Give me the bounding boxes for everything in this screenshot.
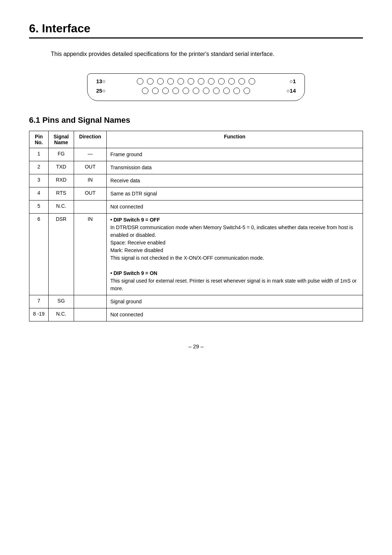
pin-circle [223, 88, 230, 94]
pin-circle [228, 78, 235, 85]
cell-direction [74, 295, 106, 308]
th-signal-name: SignalName [48, 131, 74, 148]
table-row: 7 SG Signal ground [29, 295, 363, 308]
table-row: 2 TXD OUT Transmission data [29, 161, 363, 174]
table-row: 5 N.C. Not connected [29, 200, 363, 213]
pin-circle [238, 78, 245, 85]
cell-pin: 6 [29, 213, 49, 295]
title-rule [29, 37, 363, 39]
pin-circle [244, 88, 250, 94]
cell-signal: SG [48, 295, 74, 308]
pin-circle [152, 88, 159, 94]
cell-pin: 2 [29, 161, 49, 174]
cell-direction: — [74, 148, 106, 161]
dip-on-label: • DIP Switch 9 = ON [110, 270, 158, 276]
pin-circle [203, 88, 209, 94]
section-heading: 6.1 Pins and Signal Names [29, 116, 363, 125]
pin-circle [233, 88, 240, 94]
top-pins [137, 78, 255, 85]
page-number: – 29 – [29, 343, 363, 349]
pin-circle [142, 88, 148, 94]
dip-off-text: In DTR/DSR communication mode when Memor… [110, 224, 359, 262]
cell-pin: 3 [29, 174, 49, 187]
dip-off-label: • DIP Switch 9 = OFF [110, 217, 160, 223]
table-header-row: Pin No. SignalName Direction Function [29, 131, 363, 148]
th-direction: Direction [74, 131, 106, 148]
bottom-left-label: 25○ [96, 88, 107, 94]
pin-circle [177, 78, 184, 85]
cell-signal: FG [48, 148, 74, 161]
cell-signal: DSR [48, 213, 74, 295]
pin-circle [198, 78, 204, 85]
page-title: 6. Interface [29, 22, 363, 35]
connector-diagram: 13○ ○1 25○ [29, 73, 363, 101]
th-pin-no: Pin No. [29, 131, 49, 148]
pin-circle [167, 78, 174, 85]
cell-pin: 5 [29, 200, 49, 213]
pin-circle [249, 78, 255, 85]
cell-pin: 7 [29, 295, 49, 308]
cell-signal: TXD [48, 161, 74, 174]
pin-circle [147, 78, 154, 85]
cell-function: Same as DTR signal [106, 187, 363, 200]
intro-text: This appendix provides detailed specific… [51, 49, 363, 59]
cell-pin: 4 [29, 187, 49, 200]
pin-circle [162, 88, 169, 94]
cell-signal: RXD [48, 174, 74, 187]
connector-bottom-row: 25○ ○14 [96, 88, 296, 94]
pin-circle [137, 78, 143, 85]
cell-function: • DIP Switch 9 = OFF In DTR/DSR communic… [106, 213, 363, 295]
cell-direction: OUT [74, 187, 106, 200]
top-right-label: ○1 [285, 78, 296, 84]
cell-function: Receive data [106, 174, 363, 187]
cell-direction: IN [74, 213, 106, 295]
pin-circle [213, 88, 220, 94]
pin-circle [183, 88, 189, 94]
cell-function: Transmission data [106, 161, 363, 174]
cell-pin: 1 [29, 148, 49, 161]
bottom-right-label: ○14 [285, 88, 296, 94]
cell-signal: RTS [48, 187, 74, 200]
pin-circle [193, 88, 199, 94]
dip-on-text: This signal used for external reset. Pri… [110, 277, 359, 292]
pin-circle [208, 78, 215, 85]
connector-shape: 13○ ○1 25○ [87, 73, 305, 101]
cell-function: Not connected [106, 308, 363, 321]
cell-direction: OUT [74, 161, 106, 174]
cell-direction [74, 308, 106, 321]
pin-circle [218, 78, 225, 85]
table-row: 4 RTS OUT Same as DTR signal [29, 187, 363, 200]
pins-table: Pin No. SignalName Direction Function 1 … [29, 131, 363, 321]
cell-direction [74, 200, 106, 213]
cell-function: Frame ground [106, 148, 363, 161]
top-left-label: 13○ [96, 78, 107, 84]
table-row: 8 -19 N.C. Not connected [29, 308, 363, 321]
cell-signal: N.C. [48, 200, 74, 213]
bottom-pins [142, 88, 250, 94]
table-row: 3 RXD IN Receive data [29, 174, 363, 187]
connector-top-row: 13○ ○1 [96, 78, 296, 85]
table-row: 6 DSR IN • DIP Switch 9 = OFF In DTR/DSR… [29, 213, 363, 295]
cell-function: Not connected [106, 200, 363, 213]
cell-pin: 8 -19 [29, 308, 49, 321]
cell-signal: N.C. [48, 308, 74, 321]
pin-circle [188, 78, 194, 85]
cell-function: Signal ground [106, 295, 363, 308]
cell-direction: IN [74, 174, 106, 187]
table-row: 1 FG — Frame ground [29, 148, 363, 161]
pin-circle [172, 88, 179, 94]
th-function: Function [106, 131, 363, 148]
pin-circle [157, 78, 164, 85]
